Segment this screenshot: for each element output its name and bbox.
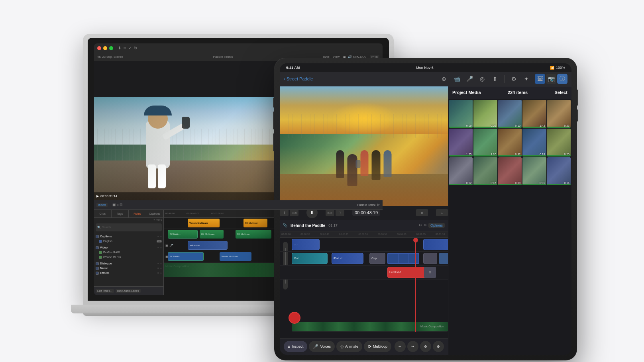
- mac-clip-8k-2[interactable]: 8K Multicam: [200, 230, 224, 239]
- mac-clip-8k-lower[interactable]: 8K Multic...: [168, 252, 204, 261]
- mac-clip-8k-3[interactable]: 8K Multicam: [236, 230, 271, 239]
- ipad-toolbar-extra-4[interactable]: ⊕: [433, 341, 444, 352]
- mac-tl-collapse-icon[interactable]: ⊳: [377, 203, 380, 207]
- ipad-transport-forward[interactable]: ▷▷: [326, 209, 334, 216]
- mac-clip-voiceover[interactable]: Voiceover: [188, 241, 228, 250]
- ipad-nav-icon-inspector-toggle[interactable]: ⓘ: [557, 74, 567, 84]
- ipad-thumb-8[interactable]: 0:32: [498, 129, 522, 157]
- mac-cat-video-check[interactable]: [96, 246, 99, 249]
- mac-tab-tags[interactable]: Tags: [112, 210, 129, 217]
- ipad-thumb-7[interactable]: 1:20: [473, 129, 497, 157]
- mac-cat-video-label: Video: [100, 246, 156, 249]
- ipad-toolbar-multiloop-btn[interactable]: ⟳ Multiloop: [364, 341, 391, 352]
- ipad-clip-blue-2[interactable]: iPad - l...: [332, 253, 363, 264]
- mac-index-search[interactable]: 🔍 Search: [96, 223, 162, 231]
- ipad-clip-gap-1[interactable]: Gap: [369, 253, 385, 264]
- ipad-thumb-3[interactable]: 0:10: [498, 100, 522, 128]
- ipad-nav-icon-settings[interactable]: ⚙: [509, 74, 518, 83]
- mac-maximize-btn[interactable]: [109, 46, 113, 50]
- ipad-thumb-14[interactable]: 0:01: [522, 157, 546, 185]
- ipad-clip-untitled[interactable]: Untitled-1: [387, 267, 427, 278]
- ipad-thumb-13[interactable]: 0:09: [498, 157, 522, 185]
- ipad-nav-icon-share[interactable]: ⬆: [491, 74, 499, 83]
- ipad-ruler-1: 00:00:10: [281, 233, 291, 235]
- ipad-thumb-12[interactable]: 0:16: [473, 157, 497, 185]
- ipad-clip-teal-1[interactable]: iPad: [292, 253, 328, 264]
- ipad-nav-icon-voiceover[interactable]: ◎: [478, 74, 487, 83]
- mac-cat-music-expand[interactable]: ≡: [157, 267, 159, 270]
- ipad-nav-icon-media[interactable]: 📷: [546, 74, 556, 84]
- mac-clip-8k-1[interactable]: 8K Multc...: [168, 230, 198, 239]
- mac-minimize-btn[interactable]: [103, 46, 107, 50]
- mac-cat-dialogue-btn[interactable]: ○: [160, 262, 162, 265]
- mac-cat-dialogue-check[interactable]: [96, 262, 99, 265]
- ipad-thumb-4[interactable]: 1:42: [522, 100, 546, 128]
- ipad-record-btn[interactable]: [289, 312, 300, 324]
- ipad-toolbar-animate-btn[interactable]: ◇ Animate: [336, 341, 362, 352]
- ipad-back-chevron: ‹: [284, 76, 285, 81]
- mac-cat-dialogue-expand[interactable]: ≡: [157, 262, 159, 265]
- mac-tl-icon-1: ▣: [112, 203, 116, 207]
- ipad-transport-back[interactable]: ◁◁: [290, 209, 298, 216]
- mac-close-btn[interactable]: [97, 46, 101, 50]
- ipad-toolbar-voices-btn[interactable]: 🎤 Voices: [309, 341, 335, 352]
- ipad-clip-gap-2[interactable]: [423, 253, 437, 264]
- mac-cat-effects-expand[interactable]: ≡: [157, 272, 159, 274]
- ipad-nav-icon-mic[interactable]: 🎤: [465, 74, 474, 83]
- ipad-tl-icon-zoom-out[interactable]: ⊖: [419, 223, 422, 228]
- ipad-thumb-11[interactable]: 0:02: [449, 157, 473, 185]
- mac-tab-captions[interactable]: Captions: [146, 210, 164, 217]
- mac-index-btn[interactable]: Index: [96, 203, 108, 207]
- mac-cat-captions-expand[interactable]: ≡: [157, 235, 159, 238]
- ipad-media-row-3: 0:02 0:16 0:09: [449, 157, 571, 185]
- ipad-nav-icon-photos[interactable]: 🖼: [535, 74, 545, 84]
- mac-cat-effects-btn[interactable]: ○: [160, 272, 162, 274]
- mac-tab-roles[interactable]: Roles: [129, 210, 146, 217]
- ipad-nav-icon-magic[interactable]: ✦: [522, 74, 531, 83]
- mac-hide-audio-btn[interactable]: Hide Audio Lanes: [116, 289, 141, 293]
- ipad-clip-2[interactable]: [423, 239, 448, 250]
- ipad-nav-icon-camera[interactable]: 📹: [452, 74, 461, 83]
- ipad-back-btn[interactable]: ‹ Street Paddle: [284, 76, 313, 81]
- ipad-thumb-2[interactable]: 0:26: [473, 100, 497, 128]
- mac-play-btn[interactable]: ▶: [96, 194, 99, 198]
- ipad-toolbar-extra-1[interactable]: ↩: [395, 341, 406, 352]
- mac-cat-iphone-check[interactable]: [99, 256, 102, 259]
- ipad-nav-icon-1[interactable]: ⊕: [440, 74, 448, 83]
- mac-cat-captions-btn[interactable]: ○: [160, 235, 162, 238]
- mac-cat-video-btn[interactable]: ○: [160, 246, 162, 249]
- mac-cat-english-check[interactable]: [99, 240, 102, 243]
- mac-cat-captions-check[interactable]: [96, 235, 99, 238]
- ipad-thumb-15[interactable]: 0:14: [547, 157, 571, 185]
- ipad-thumb-10[interactable]: 0:20: [547, 129, 571, 157]
- ipad-transport-btn-extra1[interactable]: ⊘: [416, 209, 428, 216]
- mac-clip-tennis-lower[interactable]: Tennis Multicam: [220, 252, 251, 261]
- mac-cat-music-check[interactable]: [96, 267, 99, 270]
- mac-cat-prores-check[interactable]: [99, 251, 102, 254]
- ipad-nav-icons: ⊕ 📹 🎤 ◎ ⬆ ⚙ ✦ 🖼 📷 ⓘ: [440, 74, 567, 84]
- ipad-thumb-6[interactable]: 1:25: [449, 129, 473, 157]
- ipad-tl-icon-zoom-in[interactable]: ⊕: [424, 223, 427, 228]
- ipad-transport-out[interactable]: ⟩: [336, 209, 344, 216]
- mac-clip-tennis-multicam-1[interactable]: Tennis Multicam: [188, 219, 220, 227]
- ipad-transport-in[interactable]: ⟨: [280, 209, 289, 216]
- ipad-thumb-6-bar: [449, 155, 473, 157]
- mac-cat-music-btn[interactable]: ○: [160, 267, 162, 270]
- ipad-toolbar-inspect-btn[interactable]: ≡ Inspect: [284, 341, 307, 352]
- mac-clip-label-5: 8K Multicam: [237, 233, 250, 235]
- ipad-thumb-9[interactable]: 0:18: [522, 129, 546, 157]
- ipad-media-select-btn[interactable]: Select: [555, 90, 567, 95]
- mac-tab-clips[interactable]: Clips: [94, 210, 112, 217]
- mac-cat-effects-check[interactable]: [96, 272, 99, 275]
- ipad-toolbar-extra-3[interactable]: ⊖: [420, 341, 431, 352]
- mac-clip-tennis-multicam-2[interactable]: 8K Multicam: [243, 219, 267, 227]
- ipad-toolbar-extra-2[interactable]: ↪: [407, 341, 418, 352]
- mac-cat-video-expand[interactable]: ≡: [157, 246, 159, 249]
- ipad-thumb-1[interactable]: 0:09: [449, 100, 473, 128]
- ipad-options-btn[interactable]: Options: [428, 223, 445, 228]
- mac-index-panel: Clips Tags Roles Captions 7 roles: [94, 210, 164, 295]
- ipad-thumb-5[interactable]: 0:23: [547, 100, 571, 128]
- ipad-clip-1[interactable]: GO: [292, 239, 320, 250]
- mac-edit-roles-btn[interactable]: Edit Roles...: [96, 289, 114, 293]
- ipad-transport-btn-extra2[interactable]: □: [436, 209, 448, 216]
